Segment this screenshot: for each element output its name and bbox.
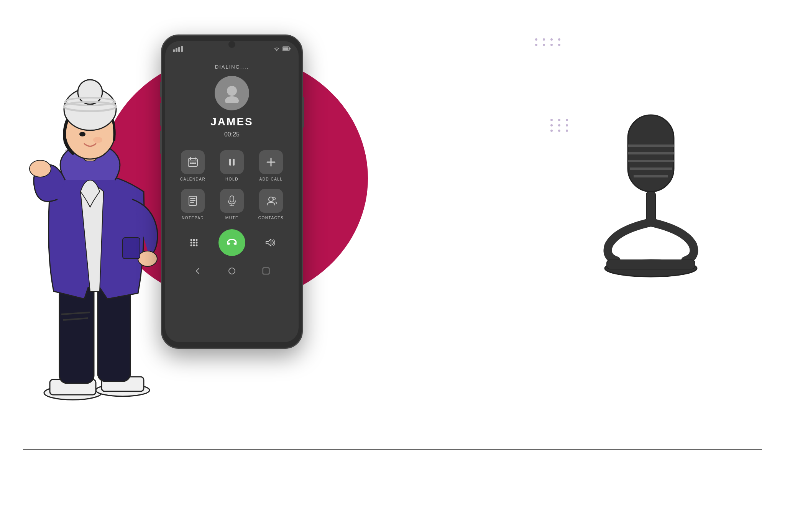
- signal-indicator: [173, 46, 183, 52]
- contacts-icon-circle: [259, 189, 283, 213]
- svg-rect-5: [98, 284, 130, 381]
- phone-screen-content: DIALING.... JAMES 00:25: [165, 56, 299, 342]
- calendar-label: CALENDAR: [180, 177, 205, 181]
- svg-point-54: [229, 268, 235, 274]
- notepad-icon-circle: [181, 189, 205, 213]
- svg-point-8: [30, 160, 51, 177]
- add-call-label: ADD CALL: [259, 177, 283, 181]
- contacts-label: CONTACTS: [258, 216, 284, 220]
- caller-avatar: [215, 76, 249, 110]
- call-timer: 00:25: [224, 131, 240, 138]
- contacts-button[interactable]: CONTACTS: [253, 189, 289, 220]
- speaker-button[interactable]: [260, 233, 280, 253]
- action-buttons-grid: CALENDAR HOLD: [169, 150, 295, 220]
- notepad-label: NOTEPAD: [182, 216, 204, 220]
- nav-home-icon[interactable]: [228, 267, 236, 275]
- hold-button[interactable]: HOLD: [214, 150, 250, 181]
- svg-point-47: [196, 239, 198, 241]
- end-call-button[interactable]: [218, 229, 245, 256]
- svg-point-17: [79, 132, 85, 136]
- svg-point-14: [78, 80, 102, 104]
- svg-rect-21: [289, 48, 291, 49]
- microphone-illustration: [586, 107, 716, 284]
- calendar-icon-circle: [181, 150, 205, 174]
- dialing-status: DIALING....: [215, 64, 249, 70]
- phone-end-icon: [225, 236, 239, 250]
- svg-point-51: [191, 245, 192, 246]
- svg-rect-30: [192, 163, 194, 164]
- svg-point-53: [196, 245, 198, 246]
- dialpad-icon: [188, 237, 200, 248]
- svg-rect-31: [194, 163, 196, 164]
- phone-screen-area: DIALING.... JAMES 00:25: [165, 41, 299, 342]
- svg-rect-62: [646, 192, 655, 222]
- caller-name: JAMES: [210, 116, 253, 128]
- svg-point-52: [193, 245, 195, 246]
- nav-back-icon[interactable]: [194, 267, 202, 275]
- decorative-dots-top-right: [535, 38, 563, 46]
- nav-recents-icon[interactable]: [262, 267, 270, 275]
- navigation-bar: [169, 264, 295, 278]
- notepad-button[interactable]: NOTEPAD: [175, 189, 210, 220]
- phone-device: DIALING.... JAMES 00:25: [161, 34, 303, 349]
- microphone-small-icon: [227, 195, 237, 207]
- svg-rect-29: [190, 163, 192, 164]
- wifi-icon: [273, 46, 280, 51]
- calendar-icon: [187, 156, 199, 168]
- add-call-button[interactable]: ADD CALL: [253, 150, 289, 181]
- svg-rect-32: [229, 159, 231, 166]
- hold-icon-circle: [220, 150, 244, 174]
- svg-rect-4: [59, 284, 94, 383]
- mute-icon-circle: [220, 189, 244, 213]
- add-call-icon-circle: [259, 150, 283, 174]
- plus-icon: [265, 156, 277, 168]
- pause-icon: [227, 157, 237, 167]
- call-controls-bar: [169, 229, 295, 256]
- calendar-button[interactable]: CALENDAR: [175, 150, 210, 181]
- hold-label: HOLD: [225, 177, 238, 181]
- svg-point-23: [227, 86, 237, 96]
- decorative-dots-mid-right: [550, 119, 570, 132]
- battery-icon: [282, 46, 291, 51]
- svg-point-49: [193, 242, 195, 244]
- status-icons: [273, 46, 291, 51]
- svg-point-24: [225, 96, 239, 103]
- mute-button[interactable]: MUTE: [214, 189, 250, 220]
- phone-notch: [228, 41, 235, 48]
- dialpad-button[interactable]: [184, 233, 204, 253]
- svg-rect-64: [607, 260, 695, 269]
- svg-point-43: [269, 197, 273, 202]
- mute-label: MUTE: [225, 216, 238, 220]
- svg-rect-33: [233, 159, 235, 166]
- svg-point-19: [276, 50, 278, 51]
- svg-point-46: [193, 239, 195, 241]
- notepad-icon: [187, 195, 199, 207]
- svg-rect-40: [230, 196, 234, 202]
- svg-point-50: [196, 242, 198, 244]
- svg-point-9: [138, 251, 157, 266]
- svg-rect-10: [123, 238, 140, 259]
- ground-line: [23, 449, 762, 450]
- svg-point-45: [191, 239, 192, 241]
- svg-rect-55: [263, 268, 269, 274]
- svg-point-18: [93, 137, 102, 143]
- avatar-icon: [222, 83, 242, 103]
- svg-point-48: [191, 242, 192, 244]
- contacts-icon: [265, 195, 277, 207]
- speaker-icon: [264, 237, 276, 248]
- svg-rect-22: [283, 48, 289, 50]
